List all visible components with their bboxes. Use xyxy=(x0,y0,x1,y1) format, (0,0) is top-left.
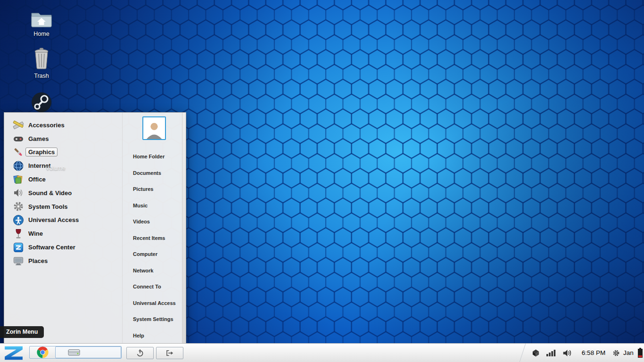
file-manager-icon xyxy=(68,347,80,358)
zorin-logo xyxy=(2,345,25,361)
menu-category-system-tools[interactable]: System Tools xyxy=(9,200,120,214)
menu-category-graphics[interactable]: Graphics xyxy=(9,146,120,159)
menu-place-connect-to[interactable]: Connect To xyxy=(123,279,186,295)
trash-icon xyxy=(33,63,50,71)
menu-category-universal-access[interactable]: Universal Access xyxy=(9,214,120,227)
user-avatar-icon xyxy=(145,120,164,139)
zorin-menu-tooltip: Zorin Menu xyxy=(0,326,44,338)
menu-category-accessories[interactable]: Accessories xyxy=(9,118,120,132)
universal-access-icon xyxy=(13,214,24,226)
user-avatar[interactable] xyxy=(142,116,166,140)
battery-low-segment xyxy=(638,355,642,357)
tray-clock[interactable]: 6:58 PM xyxy=(577,344,610,362)
menu-category-label-selected: Graphics xyxy=(25,148,58,156)
menu-category-sound-video[interactable]: Sound & Video xyxy=(9,186,120,200)
network-signal-icon xyxy=(546,349,556,357)
menu-place-pictures[interactable]: Pictures xyxy=(123,181,186,197)
office-icon xyxy=(13,174,24,185)
sound-video-icon xyxy=(13,187,24,198)
menu-category-games[interactable]: Games xyxy=(9,132,120,146)
menu-place-help[interactable]: Help xyxy=(123,328,186,344)
system-tools-icon xyxy=(13,201,24,212)
tray-user-label[interactable]: Jan xyxy=(620,344,636,362)
menu-category-label: Software Center xyxy=(28,244,75,251)
menu-category-label: Games xyxy=(28,135,49,142)
menu-place-documents[interactable]: Documents xyxy=(123,165,186,181)
desktop-icon-trash[interactable]: Trash xyxy=(26,48,57,79)
menu-place-music[interactable]: Music xyxy=(123,197,186,214)
taskbar-window-list xyxy=(29,346,122,359)
software-center-icon xyxy=(13,242,24,253)
accessories-icon xyxy=(13,119,24,131)
logout-icon xyxy=(165,349,174,357)
taskbar-power-button[interactable] xyxy=(126,347,154,359)
taskbar-logout-button[interactable] xyxy=(156,347,183,359)
desktop-icon-volume-label: Volume xyxy=(46,165,66,172)
gear-icon xyxy=(612,349,620,357)
menu-category-office[interactable]: Office xyxy=(9,173,120,186)
tray-divider xyxy=(520,344,526,362)
desktop-icon-label: Trash xyxy=(26,73,57,79)
speaker-icon xyxy=(562,349,572,357)
battery-body xyxy=(638,349,643,358)
zorin-menu-panel: Accessories Games xyxy=(4,112,186,344)
menu-places-list: Home Folder Documents Pictures Music Vid… xyxy=(123,148,186,344)
menu-category-label: Universal Access xyxy=(28,216,79,223)
games-icon xyxy=(13,133,24,144)
menu-category-list: Accessories Games xyxy=(9,118,120,268)
taskbar: 6:58 PM Jan xyxy=(0,343,644,362)
menu-place-home-folder[interactable]: Home Folder xyxy=(123,148,186,165)
menu-place-system-settings[interactable]: System Settings xyxy=(123,311,186,328)
menu-category-places[interactable]: Places xyxy=(9,254,120,268)
home-folder-icon xyxy=(31,21,52,29)
menu-category-wine[interactable]: Wine xyxy=(9,227,120,240)
menu-category-label: Office xyxy=(28,176,46,183)
wine-icon xyxy=(13,228,24,239)
menu-category-software-center[interactable]: Software Center xyxy=(9,240,120,254)
menu-category-label: Wine xyxy=(28,230,43,237)
menu-place-network[interactable]: Network xyxy=(123,263,186,279)
menu-place-universal-access[interactable]: Universal Access xyxy=(123,295,186,312)
desktop-icon-label: Home xyxy=(26,31,57,37)
zorin-menu-button[interactable] xyxy=(0,344,27,362)
internet-icon xyxy=(13,160,24,172)
chrome-icon xyxy=(37,346,49,358)
menu-place-computer[interactable]: Computer xyxy=(123,246,186,263)
tray-settings-button[interactable] xyxy=(612,344,620,362)
package-icon xyxy=(531,348,540,357)
taskbar-file-manager-button[interactable] xyxy=(55,346,121,358)
graphics-icon xyxy=(13,147,24,158)
power-icon xyxy=(136,349,144,357)
places-icon xyxy=(13,255,24,266)
menu-category-label: Accessories xyxy=(28,122,65,129)
menu-place-videos[interactable]: Videos xyxy=(123,214,186,230)
menu-category-label: Places xyxy=(28,257,48,264)
menu-place-recent-items[interactable]: Recent Items xyxy=(123,230,186,247)
desktop-icon-home[interactable]: Home xyxy=(26,10,57,37)
taskbar-chrome-button[interactable] xyxy=(36,346,49,358)
menu-category-label: Sound & Video xyxy=(28,189,72,197)
battery-icon[interactable] xyxy=(638,348,643,358)
tray-volume-button[interactable] xyxy=(561,344,573,362)
desktop: Home Trash Volume xyxy=(0,0,644,362)
menu-category-label: System Tools xyxy=(28,203,68,210)
tray-package-button[interactable] xyxy=(530,344,541,362)
tray-network-button[interactable] xyxy=(545,344,557,362)
